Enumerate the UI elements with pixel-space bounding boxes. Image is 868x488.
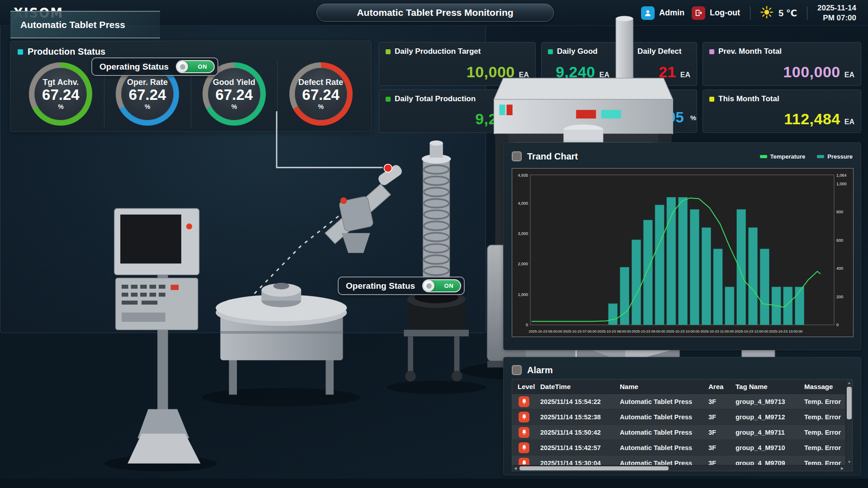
alarm-name-cell: Automatic Tablet Press	[620, 429, 708, 436]
alarm-table-row[interactable]: 2025/11/14 15:42:57 Automatic Tablet Pre…	[512, 440, 845, 455]
alarm-datetime-cell: 2025/11/14 15:50:42	[540, 429, 620, 436]
alarm-table-row[interactable]: 2025/11/14 15:54:22 Automatic Tablet Pre…	[512, 394, 845, 409]
scroll-down-arrow-icon[interactable]: ▼	[846, 459, 853, 465]
alarm-panel: Alarm Level DateTime Name Area Tag Name …	[503, 357, 861, 475]
toggle-state-label: ON	[198, 63, 208, 70]
svg-text:400: 400	[836, 266, 843, 271]
legend-item-pressure: Pressure	[817, 153, 853, 160]
alarm-area-cell: 3F	[708, 413, 736, 421]
svg-text:2,000: 2,000	[518, 262, 528, 266]
svg-text:1,000: 1,000	[518, 292, 528, 297]
alarm-bell-icon	[519, 442, 529, 453]
svg-text:200: 200	[836, 295, 843, 299]
operating-status-label: Operating Status	[99, 62, 169, 72]
alarm-datetime-cell: 2025/11/14 15:54:22	[540, 398, 620, 405]
trend-chart-icon	[512, 151, 522, 161]
trend-chart-plot: 01,0002,0003,0004,0004,93502004006008001…	[512, 168, 854, 337]
svg-text:800: 800	[836, 210, 843, 214]
pressure-swatch-icon	[817, 155, 824, 158]
svg-text:0: 0	[526, 323, 528, 327]
svg-text:2025-10-23 09:00:00: 2025-10-23 09:00:00	[632, 329, 665, 333]
alarm-level-cell	[512, 412, 540, 422]
alarm-tag-cell: group_4_M9713	[736, 398, 804, 405]
alarm-tag-cell: group_4_M9710	[736, 444, 804, 451]
scroll-left-arrow-icon[interactable]: ◀	[512, 465, 519, 471]
alarm-level-cell	[512, 396, 540, 407]
alarm-tag-cell: group_4_M9711	[736, 429, 804, 436]
alarm-message-cell: Temp. Error	[804, 413, 843, 421]
alarm-datetime-cell: 2025/11/14 15:52:38	[540, 413, 620, 421]
svg-text:4,000: 4,000	[518, 201, 528, 206]
operating-status-callout-1: Operating Status ON	[91, 57, 218, 76]
temperature-swatch-icon	[760, 155, 767, 158]
svg-text:0: 0	[836, 323, 839, 327]
alarm-name-cell: Automatic Tablet Press	[620, 398, 708, 405]
svg-text:2025-10-23 07:00:00: 2025-10-23 07:00:00	[563, 329, 597, 333]
machine-view-panel: Automatic Tablet Press Operating Status …	[0, 0, 486, 333]
toggle-knob	[423, 280, 434, 291]
alarm-name-cell: Automatic Tablet Press	[620, 413, 708, 421]
dashboard: XISOM Automatic Tablet Press Monitoring …	[0, 0, 868, 488]
svg-text:1,000: 1,000	[836, 182, 847, 186]
alarm-area-cell: 3F	[708, 398, 736, 405]
alarm-table-row[interactable]: 2025/11/14 15:52:38 Automatic Tablet Pre…	[512, 409, 845, 425]
toggle-knob	[177, 61, 188, 72]
alarm-rows: 2025/11/14 15:54:22 Automatic Tablet Pre…	[512, 394, 845, 471]
operating-status-toggle-2[interactable]: ON	[422, 279, 461, 292]
scroll-right-arrow-icon[interactable]: ▶	[839, 465, 845, 471]
trend-chart-title: Trand Chart	[527, 151, 578, 162]
alarm-vertical-scrollbar[interactable]: ▲ ▼	[845, 380, 852, 465]
operating-status-callout-2: Operating Status ON	[338, 277, 465, 295]
svg-text:4,935: 4,935	[518, 173, 528, 178]
alarm-level-cell	[512, 442, 540, 453]
scroll-up-arrow-icon[interactable]: ▲	[846, 380, 853, 386]
alarm-datetime-cell: 2025/11/14 15:42:57	[540, 444, 620, 451]
horizontal-scroll-thumb[interactable]	[519, 466, 669, 470]
machine-title: Automatic Tablet Press	[20, 19, 125, 30]
alarm-bell-icon	[519, 427, 529, 438]
alarm-message-cell: Temp. Error	[804, 444, 843, 451]
alarm-area-cell: 3F	[708, 444, 736, 451]
svg-text:600: 600	[836, 238, 843, 243]
alarm-message-cell: Temp. Error	[804, 429, 843, 436]
chart-legend: Temperature Pressure	[760, 153, 853, 160]
trend-chart-panel: Trand Chart Temperature Pressure 01,0002…	[503, 142, 861, 350]
svg-text:2025-10-23 13:00:00: 2025-10-23 13:00:00	[769, 329, 803, 333]
alarm-icon	[512, 365, 522, 375]
footer-strip	[0, 479, 868, 488]
toggle-state-label: ON	[444, 282, 454, 289]
alarm-bell-icon	[519, 412, 529, 422]
alarm-name-cell: Automatic Tablet Press	[620, 444, 708, 451]
operating-status-label: Operating Status	[346, 281, 415, 291]
alarm-table: Level DateTime Name Area Tag Name Massag…	[512, 379, 853, 471]
svg-text:1,064: 1,064	[836, 173, 847, 178]
svg-text:3,000: 3,000	[518, 231, 528, 236]
alarm-title: Alarm	[527, 365, 553, 375]
svg-text:2025-10-23 12:00:00: 2025-10-23 12:00:00	[735, 329, 769, 333]
alarm-area-cell: 3F	[708, 429, 736, 436]
alarm-bell-icon	[519, 396, 529, 407]
alarm-tag-cell: group_4_M9712	[736, 413, 804, 421]
operating-status-toggle-1[interactable]: ON	[176, 60, 215, 73]
svg-text:2025-10-23 10:00:00: 2025-10-23 10:00:00	[666, 329, 700, 333]
alarm-level-cell	[512, 427, 540, 438]
svg-text:2025-10-23 11:00:00: 2025-10-23 11:00:00	[700, 329, 734, 333]
alarm-table-header: Level DateTime Name Area Tag Name Massag…	[512, 380, 852, 394]
alarm-message-cell: Temp. Error	[804, 398, 843, 405]
svg-text:2025-10-23 08:00:00: 2025-10-23 08:00:00	[597, 329, 631, 333]
machine-title-box: Automatic Tablet Press	[10, 11, 160, 38]
vertical-scroll-thumb[interactable]	[847, 387, 852, 419]
alarm-horizontal-scrollbar[interactable]: ◀ ▶	[512, 465, 845, 471]
svg-text:2025-10-23 06:00:00: 2025-10-23 06:00:00	[528, 329, 562, 333]
legend-item-temperature: Temperature	[760, 153, 806, 160]
alarm-table-row[interactable]: 2025/11/14 15:50:42 Automatic Tablet Pre…	[512, 425, 845, 440]
